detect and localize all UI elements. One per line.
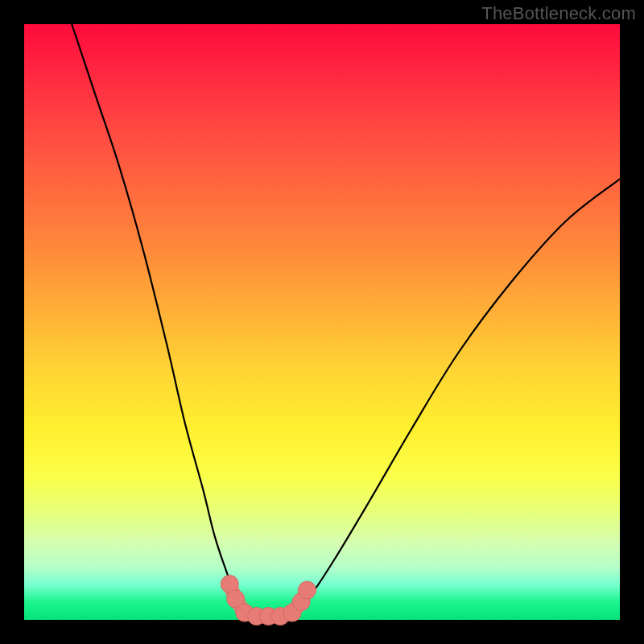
chart-frame: TheBottleneck.com xyxy=(0,0,644,644)
valley-markers xyxy=(221,576,316,625)
valley-marker xyxy=(299,581,316,599)
plot-area xyxy=(24,24,620,620)
bottleneck-curve xyxy=(72,24,620,617)
watermark-text: TheBottleneck.com xyxy=(481,3,636,24)
curve-layer xyxy=(24,24,620,620)
